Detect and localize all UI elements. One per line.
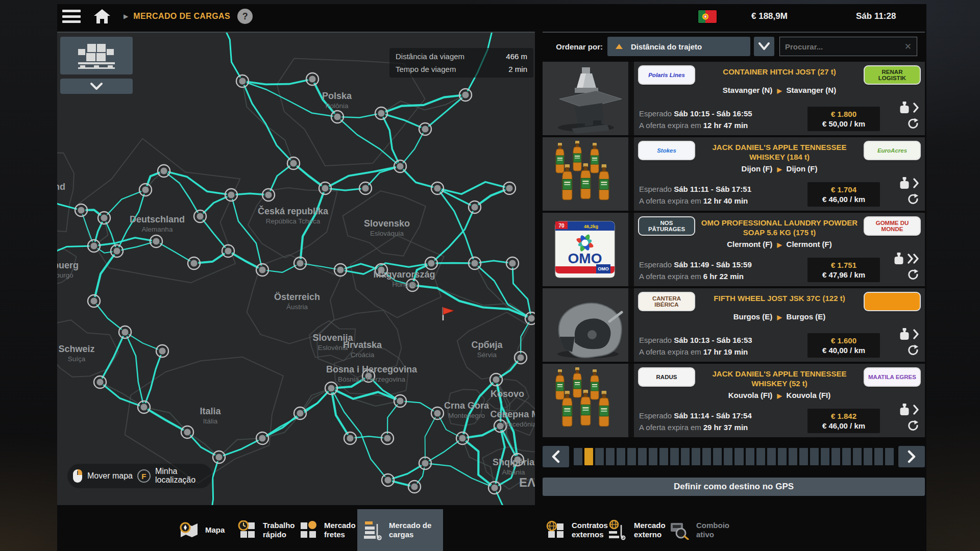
page-tick[interactable] [584, 448, 593, 465]
expected-window: Sáb 11:11 - Sáb 17:51 [674, 185, 751, 193]
page-tick[interactable] [778, 448, 787, 465]
weight-icon [900, 177, 909, 189]
city-dot [384, 476, 391, 484]
city-dot [427, 259, 435, 267]
search-input[interactable] [780, 42, 899, 51]
country-label: Magyarország [373, 269, 435, 280]
page-tick[interactable] [874, 448, 883, 465]
pagination [543, 446, 925, 467]
cargo-offer-card[interactable]: Polaris LinesCONTAINER HITCH JOST (27 t)… [543, 62, 925, 135]
page-tick[interactable] [659, 448, 668, 465]
cargo-offer-card[interactable]: 7046,2kgOMOOMONOS PÂTURAGESOMO PROFESSIO… [543, 213, 925, 286]
page-tick[interactable] [885, 448, 894, 465]
page-tick[interactable] [681, 448, 690, 465]
page-tick[interactable] [649, 448, 657, 465]
expires-label: A oferta expira em [639, 347, 701, 356]
offer-price-per-km: € 40,00 / km [822, 346, 865, 355]
city-dot [140, 403, 148, 411]
city-dot [264, 191, 272, 198]
nav-tab-cargo-market[interactable]: Mercado de cargas [357, 509, 443, 551]
offer-status-icons [880, 102, 920, 131]
route-destination: Burgos (E) [787, 312, 826, 321]
help-button[interactable]: ? [237, 9, 253, 24]
set-gps-destination-button[interactable]: Definir como destino no GPS [543, 478, 925, 496]
page-tick[interactable] [789, 448, 797, 465]
sort-dropdown[interactable]: Distância do trajeto [607, 37, 750, 56]
cargo-route: Kouvola (FI)▶Kouvola (FI) [639, 391, 920, 399]
home-button[interactable] [92, 8, 112, 25]
breadcrumb-arrow-icon: ▶ [124, 13, 128, 20]
page-tick[interactable] [670, 448, 679, 465]
cargo-offer-card[interactable]: RADUSJACK DANIEL'S APPLE TENNESSEE WHISK… [543, 364, 925, 437]
offer-price: € 1.600 [831, 336, 856, 345]
card-divider [628, 288, 634, 362]
page-tick[interactable] [799, 448, 808, 465]
nav-tab-map[interactable]: Mapa [174, 509, 230, 551]
clear-search-icon[interactable]: ✕ [899, 41, 917, 52]
cargo-offer-card[interactable]: StokesJACK DANIEL'S APPLE TENNESSEE WHIS… [543, 137, 925, 211]
page-tick[interactable] [713, 448, 722, 465]
country-label: Северна Мак [491, 409, 535, 419]
expected-label: Esperado [639, 411, 672, 420]
page-tick[interactable] [734, 448, 743, 465]
page-tick[interactable] [756, 448, 765, 465]
return-loop-icon [906, 420, 919, 432]
weight-icon [900, 404, 909, 416]
distance-chevron-icon [913, 405, 919, 415]
sender-company-logo: RADUS [639, 368, 694, 386]
country-sublabel: Áustria [286, 303, 308, 311]
card-divider [628, 364, 634, 437]
expected-label: Esperado [639, 336, 672, 344]
city-dot [296, 259, 304, 267]
page-tick[interactable] [702, 448, 711, 465]
cargo-market-icon [362, 520, 383, 540]
cargo-title: FIFTH WHEEL JOST JSK 37C (122 t) [694, 293, 865, 304]
sort-open-button[interactable] [754, 37, 774, 56]
country-label: Kosovo [491, 389, 524, 399]
cargo-offer-card[interactable]: CANTERA IBÉRICAFIFTH WHEEL JOST JSK 37C … [543, 288, 925, 362]
page-tick[interactable] [606, 448, 615, 465]
world-map[interactable]: NederlandHolandaDeutschlandAlemanhaLëtze… [57, 33, 535, 505]
offer-times: EsperadoSáb 11:14 - Sáb 17:54A oferta ex… [639, 410, 807, 433]
country-sublabel: Alemanha [142, 226, 173, 233]
mouse-icon [72, 469, 83, 483]
page-tick[interactable] [853, 448, 862, 465]
sender-company-logo: NOS PÂTURAGES [639, 217, 694, 235]
chevron-right-icon [906, 450, 917, 463]
page-tick[interactable] [692, 448, 700, 465]
cargo-title: CONTAINER HITCH JOST (27 t) [694, 66, 865, 77]
page-tick[interactable] [864, 448, 872, 465]
route-destination: Dijon (F) [787, 164, 818, 173]
page-tick[interactable] [746, 448, 754, 465]
nav-tab-label: Mapa [205, 525, 225, 535]
page-tick[interactable] [595, 448, 604, 465]
collapse-panel-button[interactable] [60, 79, 133, 94]
page-tick[interactable] [842, 448, 851, 465]
city-dot [100, 214, 108, 221]
return-loop-icon [906, 118, 919, 130]
expected-window: Sáb 10:13 - Sáb 16:53 [674, 336, 752, 344]
next-page-button[interactable] [898, 446, 925, 467]
page-tick[interactable] [831, 448, 840, 465]
distance-chevron-icon [913, 178, 919, 188]
cargo-selection-button[interactable] [60, 37, 133, 74]
page-tick[interactable] [638, 448, 647, 465]
city-dot [289, 159, 297, 167]
previous-page-button[interactable] [543, 446, 569, 467]
route-destination: Stavanger (N) [787, 86, 837, 94]
page-tick[interactable] [810, 448, 819, 465]
menu-icon[interactable] [62, 10, 81, 23]
nav-tab-active-convoy[interactable]: Comboio ativo [664, 509, 750, 551]
page-tick[interactable] [617, 448, 625, 465]
city-dot [152, 237, 160, 245]
offers-panel: Ordenar por: Distância do trajeto ✕ Pola… [543, 32, 925, 505]
country-sublabel: Eslováquia [370, 230, 404, 237]
active-convoy-icon [669, 520, 690, 540]
page-tick[interactable] [724, 448, 732, 465]
price-box: € 1.600€ 40,00 / km [807, 333, 880, 358]
page-tick[interactable] [821, 448, 829, 465]
city-dot [517, 354, 524, 361]
page-tick[interactable] [767, 448, 776, 465]
page-tick[interactable] [574, 448, 582, 465]
page-tick[interactable] [627, 448, 636, 465]
